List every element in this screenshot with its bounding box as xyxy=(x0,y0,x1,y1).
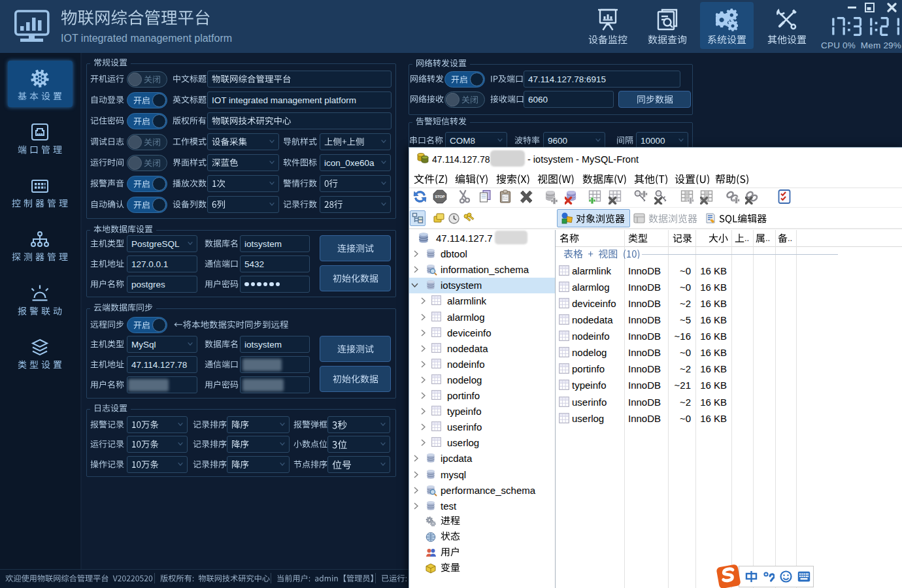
svg-text:STOP: STOP xyxy=(435,195,444,199)
